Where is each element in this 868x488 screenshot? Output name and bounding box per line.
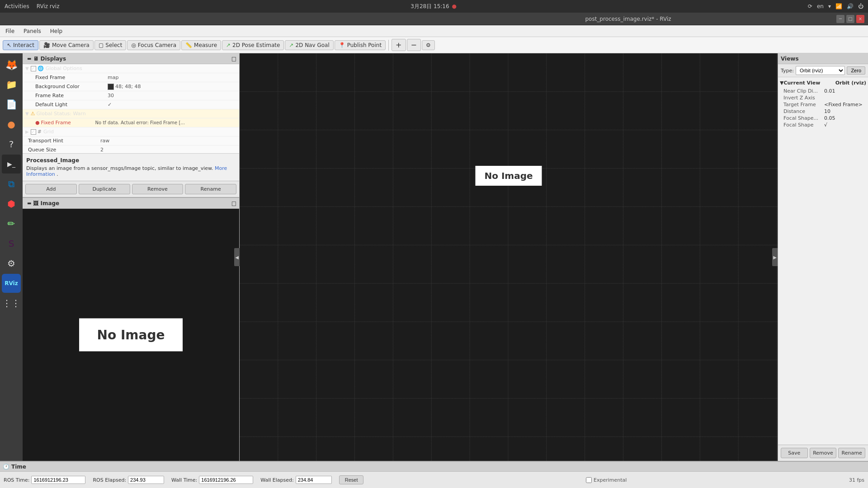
system-bar-right: ⟳ en ▾ 📶 🔊 ⏻: [808, 3, 863, 9]
add-button[interactable]: Add: [25, 184, 77, 194]
taskbar-help[interactable]: ?: [2, 135, 21, 154]
locale-label[interactable]: en: [817, 3, 824, 9]
taskbar-files[interactable]: 📁: [2, 75, 21, 94]
views-zero-button[interactable]: Zero: [847, 66, 865, 75]
toolbar: ↖ Interact 🎥 Move Camera ▢ Select ◎ Focu…: [0, 37, 868, 53]
global-options-check[interactable]: ✓: [31, 66, 36, 71]
views-remove-button[interactable]: Remove: [810, 448, 837, 458]
image-panel-header: ▬ 🖼 Image □: [23, 198, 239, 209]
focal-shape-size-key: Focal Shape...: [783, 115, 824, 121]
image-panel-close-btn[interactable]: □: [231, 200, 236, 206]
menu-help[interactable]: Help: [47, 27, 66, 35]
system-bar: Activities RViz rviz 3月28日 15:16 ● ⟳ en …: [0, 0, 868, 13]
taskbar-app1[interactable]: 📄: [2, 95, 21, 114]
duplicate-button[interactable]: Duplicate: [79, 184, 130, 194]
queue-size-val[interactable]: 2: [100, 147, 104, 153]
taskbar-vscode[interactable]: ⧉: [2, 174, 21, 193]
current-view-label: Current View: [783, 80, 820, 86]
taskbar-grid[interactable]: ⋮⋮: [2, 294, 21, 313]
menu-panels[interactable]: Panels: [20, 27, 45, 35]
minimize-button[interactable]: −: [836, 15, 844, 23]
transport-hint-val[interactable]: raw: [100, 138, 109, 144]
activities-label[interactable]: Activities: [5, 3, 29, 9]
global-options-row[interactable]: ▼ ✓ 🌐 Global Options: [23, 64, 239, 73]
viewport-canvas[interactable]: No Image: [240, 53, 778, 461]
right-collapse-arrow[interactable]: ▶: [772, 248, 778, 266]
experimental-checkbox[interactable]: [586, 477, 592, 483]
views-header: Views: [778, 53, 868, 64]
close-button[interactable]: ×: [856, 15, 864, 23]
center-3d-view: No Image ▶: [240, 53, 778, 461]
displays-close-btn[interactable]: □: [231, 56, 236, 62]
global-status-row[interactable]: ▼ ⚠ Global Status: Warn: [23, 109, 239, 118]
global-status-warn-icon: ⚠: [31, 111, 35, 117]
app-indicator: RViz rviz: [37, 3, 60, 9]
interact-button[interactable]: ↖ Interact: [3, 40, 38, 50]
nav-goal-icon: ↗: [289, 42, 293, 48]
image-panel-collapse[interactable]: ▬: [25, 201, 33, 206]
remove-button[interactable]: Remove: [132, 184, 184, 194]
grid-check[interactable]: ✓: [31, 129, 36, 135]
views-type-select[interactable]: Orbit (rviz): [796, 66, 845, 75]
publish-point-button[interactable]: 📍 Publish Point: [335, 40, 386, 50]
ros-elapsed-field: ROS Elapsed:: [93, 476, 164, 484]
menu-file[interactable]: File: [2, 27, 18, 35]
global-options-arrow[interactable]: ▼: [25, 66, 29, 71]
settings-button[interactable]: ⚙: [422, 40, 435, 50]
select-button[interactable]: ▢ Select: [94, 40, 126, 50]
wall-time-input[interactable]: [199, 476, 253, 484]
views-save-button[interactable]: Save: [781, 448, 808, 458]
views-bottom-buttons: Save Remove Rename: [778, 445, 868, 461]
restore-button[interactable]: □: [846, 15, 854, 23]
info-title: Processed_Image: [26, 157, 236, 164]
global-status-arrow[interactable]: ▼: [25, 111, 29, 116]
displays-collapse[interactable]: ▬: [25, 56, 33, 61]
move-camera-icon: 🎥: [43, 42, 50, 48]
title-bar: post_process_image.rviz* - RViz − □ ×: [0, 13, 868, 25]
plus-button[interactable]: +: [392, 39, 406, 51]
pose-estimate-button[interactable]: ↗ 2D Pose Estimate: [222, 40, 284, 50]
ros-elapsed-input[interactable]: [128, 476, 164, 484]
taskbar-app2[interactable]: ●: [2, 115, 21, 134]
focus-camera-button[interactable]: ◎ Focus Camera: [127, 40, 180, 50]
taskbar-firefox[interactable]: 🦊: [2, 55, 21, 74]
fixed-frame-val[interactable]: map: [108, 75, 236, 80]
time-bar: 🕐 Time ROS Time: ROS Elapsed: Wall Time:…: [0, 461, 868, 488]
image-panel-content: No Image: [23, 209, 239, 461]
grid-row[interactable]: ▶ ✓ # Grid: [23, 127, 239, 136]
views-content: ▼ Current View Orbit (rviz) Near Clip Di…: [778, 77, 868, 445]
focal-shape-size-val[interactable]: 0.05: [824, 115, 835, 121]
taskbar-settings[interactable]: ⚙: [2, 254, 21, 273]
ros-elapsed-label: ROS Elapsed:: [93, 477, 126, 483]
target-frame-val[interactable]: <Fixed Frame>: [824, 102, 863, 108]
taskbar-terminal[interactable]: ▶_: [2, 155, 21, 174]
taskbar-slack[interactable]: S: [2, 234, 21, 253]
fixed-frame-row: Fixed Frame map: [23, 73, 239, 82]
taskbar-app4[interactable]: ✏: [2, 214, 21, 233]
panel-collapse-arrow[interactable]: ◀: [234, 248, 240, 266]
taskbar-rviz[interactable]: RViz: [2, 274, 21, 293]
frame-rate-val[interactable]: 30: [108, 93, 236, 99]
background-color-val[interactable]: 48; 48; 48: [115, 84, 236, 89]
near-clip-key: Near Clip Di...: [783, 88, 824, 94]
rename-button[interactable]: Rename: [185, 184, 236, 194]
minus-button[interactable]: −: [407, 39, 421, 51]
fixed-frame-error-val: No tf data. Actual error: Fixed Frame [.…: [95, 120, 185, 125]
measure-button[interactable]: 📏 Measure: [181, 40, 221, 50]
near-clip-val[interactable]: 0.01: [824, 88, 835, 94]
views-rename-button[interactable]: Rename: [838, 448, 865, 458]
nav-goal-button[interactable]: ↗ 2D Nav Goal: [285, 40, 333, 50]
taskbar-app3[interactable]: ⬢: [2, 194, 21, 213]
ros-time-input[interactable]: [31, 476, 85, 484]
grid-arrow[interactable]: ▶: [25, 129, 29, 134]
wall-elapsed-input[interactable]: [296, 476, 332, 484]
queue-size-row: Queue Size 2: [23, 145, 239, 153]
network-icon: 📶: [835, 3, 842, 9]
distance-val[interactable]: 10: [824, 108, 830, 114]
queue-size-key: Queue Size: [28, 147, 100, 153]
current-view-arrow[interactable]: ▼: [780, 80, 783, 86]
sync-icon: ⟳: [808, 3, 812, 9]
move-camera-button[interactable]: 🎥 Move Camera: [39, 40, 94, 50]
reset-button[interactable]: Reset: [339, 475, 364, 484]
time-fields: ROS Time: ROS Elapsed: Wall Time: Wall E…: [0, 472, 868, 488]
